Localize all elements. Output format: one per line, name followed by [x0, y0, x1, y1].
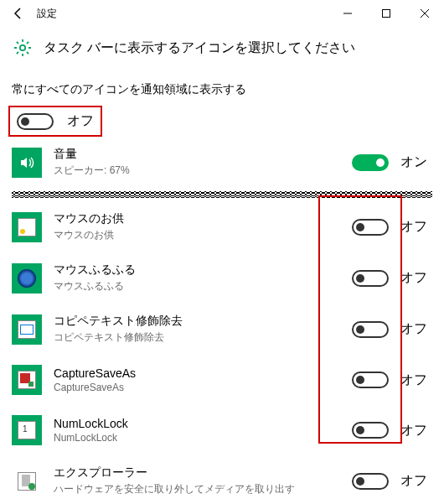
item-desc: マウスのお供 — [54, 228, 352, 242]
app-icon — [12, 466, 42, 496]
toggle-state: オン — [400, 153, 427, 171]
item-desc: コピペテキスト修飾除去 — [54, 330, 352, 345]
item-name: マウスふるふる — [54, 262, 352, 278]
back-button[interactable] — [7, 2, 30, 25]
app-icon — [12, 212, 42, 242]
toggle[interactable] — [352, 270, 389, 287]
item-name: CaptureSaveAs — [54, 366, 352, 380]
toggle[interactable] — [352, 422, 389, 439]
svg-point-4 — [20, 45, 25, 50]
volume-icon — [12, 148, 42, 178]
item-desc: ハードウェアを安全に取り外してメディアを取り出す — [54, 482, 352, 496]
close-button[interactable] — [405, 0, 444, 27]
settings-gear-icon — [12, 37, 34, 59]
app-icon — [12, 365, 42, 395]
list-item: エクスプローラー ハードウェアを安全に取り外してメディアを取り出す オフ — [12, 455, 432, 504]
toggle[interactable] — [352, 219, 389, 236]
item-desc: NumLockLock — [54, 432, 352, 444]
item-desc: マウスふるふる — [54, 279, 352, 294]
list-item-volume: 音量 スピーカー: 67% オン — [12, 137, 432, 188]
minimize-button[interactable] — [328, 0, 367, 27]
divider — [12, 191, 432, 198]
window-controls — [328, 0, 444, 27]
item-desc: CaptureSaveAs — [54, 382, 352, 393]
page-title: タスク バーに表示するアイコンを選択してください — [44, 39, 355, 57]
toggle-state: オフ — [400, 218, 427, 236]
item-desc: スピーカー: 67% — [54, 164, 352, 178]
toggle[interactable] — [352, 321, 389, 338]
list-item: マウスふるふる マウスふるふる オフ — [12, 252, 432, 304]
app-icon — [12, 314, 42, 345]
window-title: 設定 — [37, 7, 57, 21]
maximize-button[interactable] — [367, 0, 405, 27]
toggle-state: オフ — [400, 422, 427, 439]
list-item: コピペテキスト修飾除去 コピペテキスト修飾除去 オフ — [12, 304, 432, 355]
svg-rect-1 — [383, 10, 390, 18]
title-bar: 設定 — [0, 0, 444, 27]
toggle-state: オフ — [400, 372, 427, 389]
app-icon — [12, 415, 42, 445]
item-name: NumLockLock — [54, 417, 352, 430]
toggle-state: オフ — [400, 320, 427, 338]
toggle-state: オフ — [400, 472, 427, 490]
toggle-volume[interactable] — [352, 154, 389, 171]
always-show-state: オフ — [67, 112, 94, 130]
toggle[interactable] — [352, 372, 389, 388]
item-name: コピペテキスト修飾除去 — [54, 314, 352, 329]
list-item: NumLockLock NumLockLock オフ — [12, 405, 432, 455]
highlight-always-show: オフ — [8, 106, 102, 137]
page-header: タスク バーに表示するアイコンを選択してください — [0, 27, 444, 74]
item-name: マウスのお供 — [54, 211, 352, 226]
always-show-toggle[interactable] — [17, 113, 54, 130]
item-name: エクスプローラー — [54, 465, 352, 481]
always-show-label: 常にすべてのアイコンを通知領域に表示する — [12, 82, 432, 97]
toggle-state: オフ — [400, 269, 427, 287]
toggle[interactable] — [352, 473, 389, 490]
list-item: CaptureSaveAs CaptureSaveAs オフ — [12, 355, 432, 405]
item-name: 音量 — [54, 147, 352, 162]
always-show-section: 常にすべてのアイコンを通知領域に表示する オフ — [0, 82, 444, 137]
icon-list: 音量 スピーカー: 67% オン マウスのお供 マウスのお供 オフ マウスふるふ… — [0, 137, 444, 504]
app-icon — [12, 263, 42, 294]
list-item: マウスのお供 マウスのお供 オフ — [12, 201, 432, 252]
